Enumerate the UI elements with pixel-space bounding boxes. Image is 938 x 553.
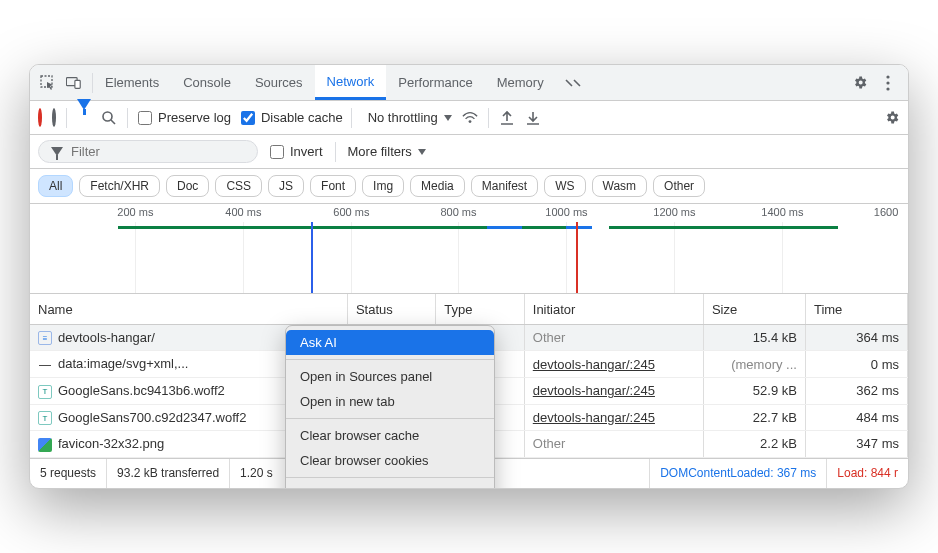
clear-button-icon[interactable] (52, 110, 56, 125)
svg-point-4 (886, 81, 889, 84)
filter-icon (51, 147, 63, 156)
svg-line-7 (111, 120, 115, 124)
tick-label: 600 ms (333, 206, 369, 218)
type-pill-css[interactable]: CSS (215, 175, 262, 197)
initiator-text: Other (533, 330, 566, 345)
tick-label: 200 ms (117, 206, 153, 218)
type-pill-doc[interactable]: Doc (166, 175, 209, 197)
upload-har-icon[interactable] (499, 110, 515, 126)
initiator-link[interactable]: devtools-hangar/:245 (533, 383, 655, 398)
type-pill-ws[interactable]: WS (544, 175, 585, 197)
cell-initiator: devtools-hangar/:245 (524, 404, 703, 431)
devtools-tabbar: Elements Console Sources Network Perform… (30, 65, 908, 101)
tab-sources[interactable]: Sources (243, 65, 315, 100)
cell-initiator: Other (524, 431, 703, 458)
type-pill-font[interactable]: Font (310, 175, 356, 197)
type-pill-all[interactable]: All (38, 175, 73, 197)
col-header-name[interactable]: Name (30, 294, 347, 324)
cell-time: 484 ms (805, 404, 907, 431)
type-pill-other[interactable]: Other (653, 175, 705, 197)
initiator-text: Other (533, 436, 566, 451)
menu-item-open-tab[interactable]: Open in new tab (286, 389, 494, 414)
tab-elements[interactable]: Elements (93, 65, 171, 100)
tab-performance[interactable]: Performance (386, 65, 484, 100)
col-header-initiator[interactable]: Initiator (524, 294, 703, 324)
cell-size: (memory ... (703, 351, 805, 378)
table-header-row: Name Status Type Initiator Size Time (30, 294, 908, 324)
svg-rect-2 (75, 80, 80, 88)
panel-settings-gear-icon[interactable] (884, 110, 900, 126)
svg-point-8 (468, 120, 471, 123)
initiator-link[interactable]: devtools-hangar/:245 (533, 410, 655, 425)
type-pill-img[interactable]: Img (362, 175, 404, 197)
initiator-link[interactable]: devtools-hangar/:245 (533, 357, 655, 372)
svg-point-5 (886, 87, 889, 90)
cell-time: 347 ms (805, 431, 907, 458)
inspect-element-icon[interactable] (40, 75, 56, 91)
tabs-overflow-icon[interactable] (556, 65, 590, 100)
context-menu: Ask AI Open in Sources panel Open in new… (285, 325, 495, 488)
filter-input[interactable] (38, 140, 258, 163)
cell-size: 15.4 kB (703, 324, 805, 351)
summary-load: Load: 844 r (827, 459, 908, 488)
cell-size: 22.7 kB (703, 404, 805, 431)
filter-toggle-icon[interactable] (77, 110, 91, 125)
search-icon[interactable] (101, 110, 117, 126)
filter-bar: Invert More filters (30, 135, 908, 169)
tab-memory[interactable]: Memory (485, 65, 556, 100)
record-button-icon[interactable] (38, 110, 42, 125)
resource-type-filter: All Fetch/XHR Doc CSS JS Font Img Media … (30, 169, 908, 204)
tick-label: 1600 (874, 206, 898, 218)
menu-item-clear-cache[interactable]: Clear browser cache (286, 423, 494, 448)
tick-label: 1400 ms (761, 206, 803, 218)
col-header-status[interactable]: Status (347, 294, 435, 324)
cell-size: 52.9 kB (703, 377, 805, 404)
cell-time: 364 ms (805, 324, 907, 351)
tab-console[interactable]: Console (171, 65, 243, 100)
throttling-select[interactable]: No throttling (362, 110, 452, 125)
menu-item-clear-cookies[interactable]: Clear browser cookies (286, 448, 494, 473)
preserve-log-checkbox[interactable]: Preserve log (138, 110, 231, 125)
type-pill-media[interactable]: Media (410, 175, 465, 197)
invert-checkbox[interactable]: Invert (270, 144, 323, 159)
invert-label: Invert (290, 144, 323, 159)
svg-point-3 (886, 75, 889, 78)
cell-initiator: Other (524, 324, 703, 351)
chevron-down-icon (444, 115, 452, 121)
type-pill-fetchxhr[interactable]: Fetch/XHR (79, 175, 160, 197)
settings-gear-icon[interactable] (852, 75, 868, 91)
download-har-icon[interactable] (525, 110, 541, 126)
cell-initiator: devtools-hangar/:245 (524, 351, 703, 378)
preserve-log-label: Preserve log (158, 110, 231, 125)
summary-domcontentloaded: DOMContentLoaded: 367 ms (650, 459, 827, 488)
cell-size: 2.2 kB (703, 431, 805, 458)
tick-label: 800 ms (440, 206, 476, 218)
col-header-time[interactable]: Time (805, 294, 907, 324)
timeline-overview[interactable]: 200 ms 400 ms 600 ms 800 ms 1000 ms 1200… (30, 204, 908, 294)
more-filters-label: More filters (348, 144, 412, 159)
tick-label: 1200 ms (653, 206, 695, 218)
disable-cache-label: Disable cache (261, 110, 343, 125)
filter-text-field[interactable] (71, 144, 245, 159)
col-header-size[interactable]: Size (703, 294, 805, 324)
menu-item-ask-ai[interactable]: Ask AI (286, 330, 494, 355)
summary-transferred: 93.2 kB transferred (107, 459, 230, 488)
device-toolbar-icon[interactable] (66, 75, 82, 91)
svg-point-6 (103, 112, 112, 121)
kebab-menu-icon[interactable] (880, 75, 896, 91)
menu-item-copy[interactable]: Copy (286, 482, 494, 488)
menu-item-open-sources[interactable]: Open in Sources panel (286, 364, 494, 389)
type-pill-wasm[interactable]: Wasm (592, 175, 648, 197)
col-header-type[interactable]: Type (436, 294, 524, 324)
disable-cache-checkbox[interactable]: Disable cache (241, 110, 343, 125)
more-filters-button[interactable]: More filters (348, 144, 426, 159)
network-conditions-icon[interactable] (462, 110, 478, 126)
cell-time: 362 ms (805, 377, 907, 404)
type-pill-manifest[interactable]: Manifest (471, 175, 538, 197)
tick-label: 400 ms (225, 206, 261, 218)
cell-time: 0 ms (805, 351, 907, 378)
tab-network[interactable]: Network (315, 65, 387, 100)
type-pill-js[interactable]: JS (268, 175, 304, 197)
network-toolbar: Preserve log Disable cache No throttling (30, 101, 908, 135)
summary-requests: 5 requests (30, 459, 107, 488)
